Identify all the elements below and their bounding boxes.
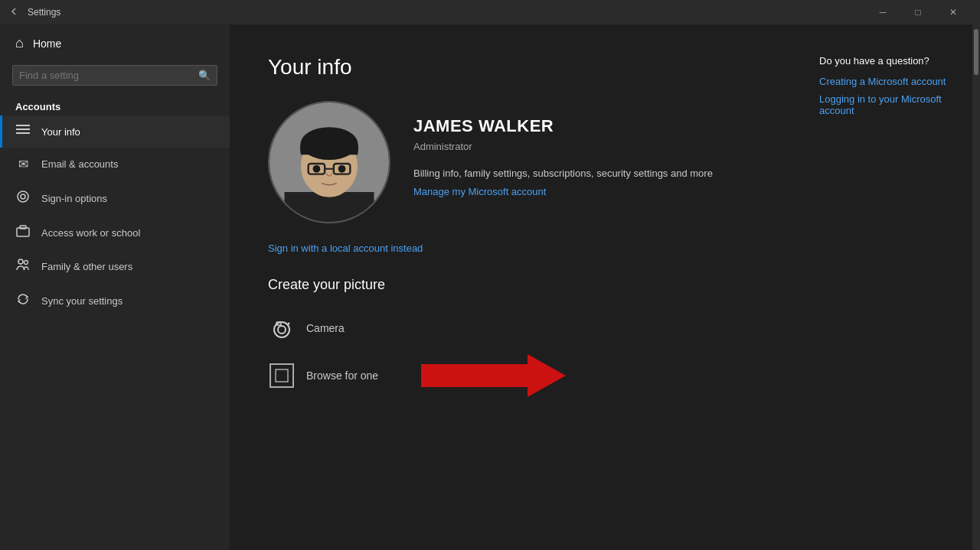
svg-point-7: [18, 259, 23, 264]
home-icon: ⌂: [15, 35, 24, 51]
app-body: ⌂ Home 🔍 Accounts Your info ✉ Email & ac…: [0, 24, 980, 550]
email-icon: ✉: [15, 157, 31, 171]
scrollbar[interactable]: [972, 24, 980, 550]
svg-rect-6: [20, 226, 26, 229]
sidebar-item-label-work: Access work or school: [41, 227, 140, 239]
svg-point-21: [278, 326, 286, 334]
camera-option[interactable]: Camera: [268, 308, 766, 348]
sidebar-home[interactable]: ⌂ Home: [0, 24, 230, 62]
your-info-icon: [15, 125, 31, 138]
svg-rect-0: [16, 125, 30, 126]
sidebar-item-access-work[interactable]: Access work or school: [0, 216, 230, 249]
section-label: Accounts: [0, 95, 230, 116]
help-link-login[interactable]: Logging in to your Microsoft account: [819, 93, 957, 116]
search-box[interactable]: 🔍: [12, 65, 217, 86]
access-work-icon: [15, 225, 31, 240]
main-content: Your info: [230, 24, 804, 550]
close-button[interactable]: ✕: [936, 0, 971, 24]
sidebar-item-your-info[interactable]: Your info: [0, 116, 230, 148]
svg-rect-1: [16, 129, 30, 130]
home-label: Home: [33, 37, 61, 50]
browse-option-row: Browse for one: [268, 356, 766, 395]
local-account-link[interactable]: Sign in with a local account instead: [268, 242, 423, 254]
titlebar: Settings ─ □ ✕: [0, 0, 980, 24]
svg-point-8: [24, 261, 28, 265]
sidebar-item-label-signin: Sign-in options: [41, 193, 107, 204]
sidebar-item-email-accounts[interactable]: ✉ Email & accounts: [0, 148, 230, 181]
help-link-create[interactable]: Creating a Microsoft account: [819, 76, 957, 87]
arrow-body: [421, 364, 528, 387]
svg-point-4: [21, 194, 25, 199]
svg-point-19: [338, 165, 346, 173]
user-details: JAMES WALKER Administrator Billing info,…: [413, 101, 713, 197]
sign-in-icon: [15, 190, 31, 207]
right-panel: Do you have a question? Creating a Micro…: [804, 24, 972, 550]
profile-section: JAMES WALKER Administrator Billing info,…: [268, 101, 766, 223]
sidebar-item-label-email: Email & accounts: [41, 158, 118, 170]
svg-rect-2: [16, 132, 30, 134]
svg-point-18: [313, 165, 321, 173]
minimize-button[interactable]: ─: [865, 0, 900, 24]
sidebar-item-family-users[interactable]: Family & other users: [0, 249, 230, 283]
help-title: Do you have a question?: [819, 55, 957, 67]
window-title: Settings: [28, 7, 865, 18]
maximize-button[interactable]: □: [900, 0, 936, 24]
main-area: Your info: [230, 24, 980, 550]
user-role: Administrator: [413, 141, 713, 152]
local-account-section: Sign in with a local account instead: [268, 242, 766, 254]
search-input[interactable]: [19, 70, 198, 81]
camera-icon: [268, 314, 296, 342]
create-picture-title: Create your picture: [268, 277, 766, 293]
search-icon: 🔍: [198, 70, 211, 81]
sidebar-item-label-sync: Sync your settings: [41, 295, 122, 307]
arrow-head: [528, 354, 566, 397]
billing-info: Billing info, family settings, subscript…: [413, 168, 713, 179]
user-name: JAMES WALKER: [413, 116, 713, 136]
back-button[interactable]: [9, 6, 18, 18]
sidebar: ⌂ Home 🔍 Accounts Your info ✉ Email & ac…: [0, 24, 230, 550]
browse-icon: [268, 362, 296, 389]
avatar: [268, 101, 390, 223]
manage-account-link[interactable]: Manage my Microsoft account: [413, 186, 546, 197]
family-icon: [15, 259, 31, 274]
svg-point-23: [288, 323, 290, 325]
browse-label: Browse for one: [306, 369, 378, 382]
page-title: Your info: [268, 55, 766, 80]
arrow-annotation: [421, 354, 566, 397]
sync-icon: [15, 292, 31, 309]
svg-rect-24: [276, 369, 288, 382]
sidebar-item-label-your-info: Your info: [41, 126, 80, 138]
browse-option[interactable]: Browse for one: [268, 356, 378, 395]
scrollbar-thumb[interactable]: [974, 29, 978, 75]
svg-point-3: [18, 191, 28, 202]
sidebar-item-sync[interactable]: Sync your settings: [0, 283, 230, 318]
window-controls: ─ □ ✕: [865, 0, 971, 24]
camera-label: Camera: [306, 322, 345, 334]
sidebar-item-label-family: Family & other users: [41, 261, 132, 272]
sidebar-item-sign-in[interactable]: Sign-in options: [0, 181, 230, 216]
